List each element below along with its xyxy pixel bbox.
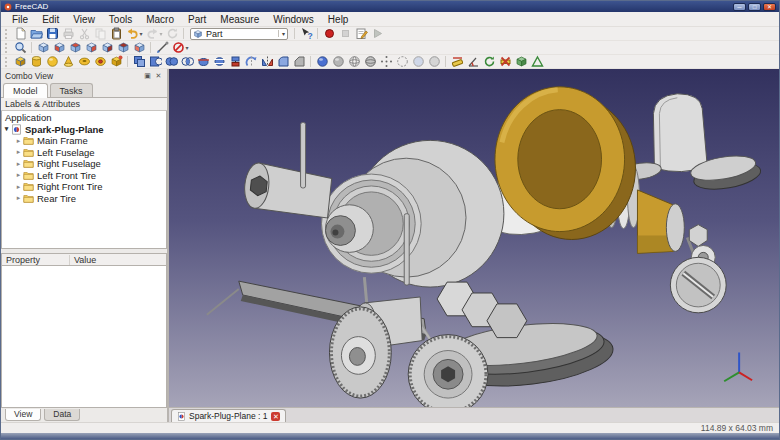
copy-button[interactable] — [93, 27, 108, 41]
measure-refresh-button[interactable] — [482, 55, 497, 69]
menu-view[interactable]: View — [66, 13, 102, 26]
dropdown-arrow-icon[interactable]: ▾ — [140, 30, 143, 37]
tree-item-document[interactable]: ▾ Spark-Plug-Plane — [2, 124, 166, 136]
panel-close-icon[interactable]: ✕ — [154, 71, 163, 80]
expander-icon[interactable]: ▸ — [14, 137, 23, 145]
tree-item-rear-tire[interactable]: ▸ Rear Tire — [2, 193, 166, 205]
tab-tasks[interactable]: Tasks — [50, 83, 93, 97]
tab-data[interactable]: Data — [44, 409, 80, 421]
sphere-button[interactable] — [45, 55, 60, 69]
appearance-button[interactable] — [315, 55, 330, 69]
dropdown-arrow-icon[interactable]: ▾ — [186, 44, 189, 51]
chevron-down-icon[interactable]: ▾ — [278, 30, 285, 37]
section-button[interactable] — [196, 55, 211, 69]
viewport[interactable] — [169, 69, 779, 407]
cone-button[interactable] — [61, 55, 76, 69]
measure-clear-button[interactable] — [498, 55, 513, 69]
menu-part[interactable]: Part — [181, 13, 213, 26]
part-cut-button[interactable] — [148, 55, 163, 69]
view-front-button[interactable] — [52, 41, 67, 55]
close-button[interactable]: ✕ — [763, 3, 776, 11]
maximize-button[interactable]: □ — [748, 3, 761, 11]
document-tab[interactable]: Spark-Plug-Plane : 1 ✕ — [171, 409, 286, 422]
toggle-3d-button[interactable] — [514, 55, 529, 69]
tree-item-left-fuselage[interactable]: ▸ Left Fuselage — [2, 147, 166, 159]
paste-button[interactable] — [109, 27, 124, 41]
menu-edit[interactable]: Edit — [35, 13, 66, 26]
save-button[interactable] — [45, 27, 60, 41]
tab-close-icon[interactable]: ✕ — [271, 412, 280, 421]
view-bottom-button[interactable] — [116, 41, 131, 55]
view-rear-button[interactable] — [100, 41, 115, 55]
value-column-header[interactable]: Value — [70, 255, 96, 265]
menu-help[interactable]: Help — [321, 13, 356, 26]
expander-icon[interactable]: ▸ — [14, 194, 23, 202]
shaded-button[interactable] — [331, 55, 346, 69]
refresh-button[interactable] — [165, 27, 180, 41]
expander-icon[interactable]: ▸ — [14, 148, 23, 156]
view-left-button[interactable] — [132, 41, 147, 55]
cylinder-button[interactable] — [29, 55, 44, 69]
print-button[interactable] — [61, 27, 76, 41]
transparency-button[interactable] — [411, 55, 426, 69]
macro-record-button[interactable] — [322, 27, 337, 41]
chamfer-button[interactable] — [292, 55, 307, 69]
measure-angular-button[interactable] — [466, 55, 481, 69]
points-button[interactable] — [379, 55, 394, 69]
toggle-delta-button[interactable] — [530, 55, 545, 69]
extrude-button[interactable] — [228, 55, 243, 69]
revolve-button[interactable] — [244, 55, 259, 69]
macro-edit-button[interactable] — [354, 27, 369, 41]
menu-tools[interactable]: Tools — [102, 13, 139, 26]
tree-item-left-front-tire[interactable]: ▸ Left Front Tire — [2, 170, 166, 182]
clear-measurement-button[interactable]: ▾ — [171, 41, 190, 55]
undo-button[interactable]: ▾ — [125, 27, 144, 41]
tab-view[interactable]: View — [5, 409, 41, 421]
tree-item-application[interactable]: Application — [2, 112, 166, 124]
tree-item-main-frame[interactable]: ▸ Main Frame — [2, 135, 166, 147]
macro-execute-button[interactable] — [370, 27, 385, 41]
workbench-selector[interactable]: Part ▾ — [190, 28, 288, 40]
whats-this-button[interactable]: ? — [299, 27, 314, 41]
boolean-button[interactable] — [132, 55, 147, 69]
menu-macro[interactable]: Macro — [139, 13, 181, 26]
open-button[interactable] — [29, 27, 44, 41]
no-shading-button[interactable] — [427, 55, 442, 69]
view-right-button[interactable] — [84, 41, 99, 55]
menu-measure[interactable]: Measure — [213, 13, 266, 26]
tree-item-right-front-tire[interactable]: ▸ Right Front Tire — [2, 181, 166, 193]
expander-open-icon[interactable]: ▾ — [2, 125, 11, 133]
fillet-button[interactable] — [276, 55, 291, 69]
redo-button[interactable]: ▾ — [145, 27, 164, 41]
measure-distance-button[interactable] — [155, 41, 170, 55]
macro-stop-button[interactable] — [338, 27, 353, 41]
dropdown-arrow-icon[interactable]: ▾ — [160, 30, 163, 37]
property-editor[interactable] — [1, 266, 167, 408]
toolbar-grip[interactable] — [5, 43, 10, 53]
minimize-button[interactable]: ─ — [733, 3, 746, 11]
tube-button[interactable] — [93, 55, 108, 69]
fit-all-button[interactable] — [13, 41, 28, 55]
box-button[interactable] — [13, 55, 28, 69]
flat-lines-button[interactable] — [363, 55, 378, 69]
menu-file[interactable]: File — [5, 13, 35, 26]
dock-pin-icon[interactable]: ▣ — [143, 71, 152, 80]
measure-linear-button[interactable] — [450, 55, 465, 69]
mirror-button[interactable] — [260, 55, 275, 69]
torus-button[interactable] — [77, 55, 92, 69]
shape-builder-button[interactable] — [109, 55, 124, 69]
hidden-line-button[interactable] — [395, 55, 410, 69]
tab-model[interactable]: Model — [3, 83, 48, 98]
toolbar-grip[interactable] — [5, 29, 10, 39]
toolbar-grip[interactable] — [5, 57, 10, 67]
menu-windows[interactable]: Windows — [266, 13, 321, 26]
common-button[interactable] — [180, 55, 195, 69]
tree-item-right-fuselage[interactable]: ▸ Right Fuselage — [2, 158, 166, 170]
cross-section-button[interactable] — [212, 55, 227, 69]
expander-icon[interactable]: ▸ — [14, 183, 23, 191]
property-column-header[interactable]: Property — [2, 255, 70, 265]
new-button[interactable] — [13, 27, 28, 41]
view-axonometric-button[interactable] — [36, 41, 51, 55]
wireframe-button[interactable] — [347, 55, 362, 69]
union-button[interactable] — [164, 55, 179, 69]
